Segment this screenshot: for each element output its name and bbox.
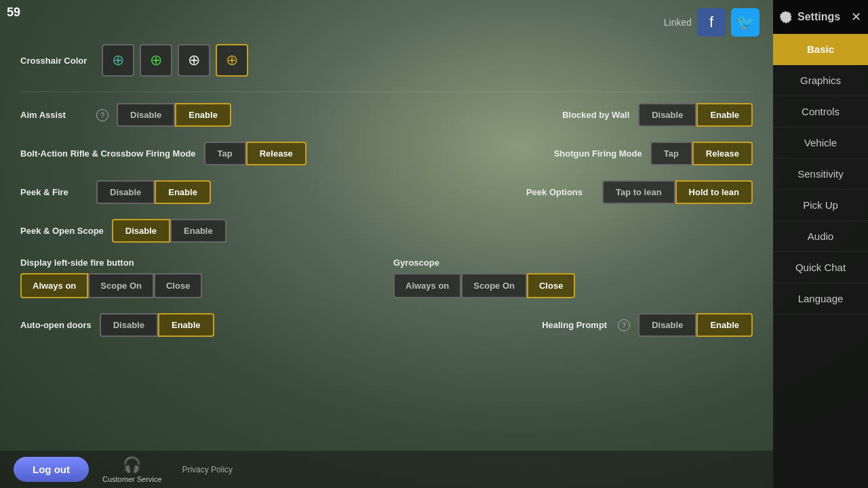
- aim-assist-disable-btn[interactable]: Disable: [117, 103, 175, 127]
- twitter-button[interactable]: 🐦: [731, 8, 760, 37]
- shotgun-firing-buttons: Tap Release: [650, 142, 753, 165]
- gyro-scopeon-btn[interactable]: Scope On: [461, 273, 527, 298]
- aim-assist-buttons: Disable Enable: [117, 103, 231, 127]
- auto-doors-label: Auto-open doors: [20, 320, 92, 330]
- facebook-icon: f: [709, 14, 713, 31]
- display-fire-always-btn[interactable]: Always on: [20, 273, 88, 298]
- peek-fire-disable-btn[interactable]: Disable: [96, 180, 155, 204]
- divider-1: [20, 92, 753, 92]
- aim-assist-help-icon[interactable]: ?: [96, 109, 108, 121]
- healing-enable-btn[interactable]: Enable: [696, 313, 753, 337]
- crosshair-btn-green[interactable]: ⊕: [140, 44, 172, 77]
- customer-service-button[interactable]: 🎧 Customer Service: [102, 456, 161, 483]
- peek-fire-buttons: Disable Enable: [96, 180, 211, 204]
- gyro-always-btn[interactable]: Always on: [393, 273, 461, 298]
- gyroscope-label: Gyroscope: [393, 258, 461, 268]
- crosshair-row: Crosshair Color ⊕ ⊕ ⊕ ⊕: [20, 44, 753, 77]
- auto-doors-enable-btn[interactable]: Enable: [158, 313, 214, 337]
- linked-label: Linked: [664, 17, 692, 28]
- crosshair-btn-teal[interactable]: ⊕: [102, 44, 134, 77]
- settings-sidebar: Settings ✕ Basic Graphics Controls Vehic…: [773, 0, 868, 488]
- healing-disable-btn[interactable]: Disable: [638, 313, 696, 337]
- aim-assist-group: Aim Assist ? Disable Enable: [20, 103, 380, 127]
- sidebar-header: Settings ✕: [773, 0, 868, 34]
- bolt-action-group: Bolt-Action Rifle & Crossbow Firing Mode…: [20, 142, 380, 165]
- peek-options-buttons: Tap to lean Hold to lean: [602, 180, 753, 204]
- blocked-wall-buttons: Disable Enable: [638, 103, 753, 127]
- healing-prompt-group: Healing Prompt ? Disable Enable: [393, 313, 753, 337]
- peek-row: Peek & Fire Disable Enable Peek Options …: [20, 180, 753, 204]
- firing-mode-row: Bolt-Action Rifle & Crossbow Firing Mode…: [20, 142, 753, 165]
- headset-icon: 🎧: [123, 456, 141, 474]
- shotgun-tap-btn[interactable]: Tap: [650, 142, 692, 165]
- bolt-action-buttons: Tap Release: [204, 142, 307, 165]
- bolt-action-label: Bolt-Action Rifle & Crossbow Firing Mode: [20, 148, 196, 159]
- peek-options-label: Peek Options: [526, 187, 594, 197]
- sidebar-item-graphics[interactable]: Graphics: [773, 65, 868, 96]
- blocked-wall-label: Blocked by Wall: [562, 110, 630, 120]
- display-fire-scopeon-btn[interactable]: Scope On: [88, 273, 154, 298]
- settings-grid: Crosshair Color ⊕ ⊕ ⊕ ⊕ Aim Assist ? Dis…: [14, 44, 760, 337]
- doors-healing-row: Auto-open doors Disable Enable Healing P…: [20, 313, 753, 337]
- logout-button[interactable]: Log out: [14, 457, 89, 482]
- close-button[interactable]: ✕: [851, 9, 861, 24]
- peek-fire-enable-btn[interactable]: Enable: [155, 180, 211, 204]
- crosshair-color-group: ⊕ ⊕ ⊕ ⊕: [102, 44, 248, 77]
- gyroscope-buttons: Always on Scope On Close: [393, 273, 575, 298]
- shotgun-firing-group: Shotgun Firing Mode Tap Release: [393, 142, 753, 165]
- peek-scope-enable-btn[interactable]: Enable: [170, 219, 226, 243]
- display-fire-group: Display left-side fire button Always on …: [20, 258, 380, 298]
- auto-doors-disable-btn[interactable]: Disable: [100, 313, 158, 337]
- sidebar-item-pickup[interactable]: Pick Up: [773, 190, 868, 221]
- tap-to-lean-btn[interactable]: Tap to lean: [602, 180, 675, 204]
- blocked-wall-enable-btn[interactable]: Enable: [696, 103, 753, 127]
- display-fire-close-btn[interactable]: Close: [154, 273, 202, 298]
- crosshair-btn-yellow[interactable]: ⊕: [216, 44, 248, 77]
- bolt-action-tap-btn[interactable]: Tap: [204, 142, 246, 165]
- display-fire-label: Display left-side fire button: [20, 258, 134, 268]
- peek-scope-disable-btn[interactable]: Disable: [112, 219, 170, 243]
- gear-icon: [780, 10, 793, 24]
- settings-label: Settings: [797, 11, 840, 23]
- gyroscope-group: Gyroscope Always on Scope On Close: [393, 258, 753, 298]
- aim-assist-label: Aim Assist: [20, 110, 88, 120]
- crosshair-btn-white[interactable]: ⊕: [178, 44, 210, 77]
- sidebar-item-basic[interactable]: Basic: [773, 34, 868, 65]
- sidebar-item-language[interactable]: Language: [773, 283, 868, 314]
- twitter-icon: 🐦: [736, 14, 755, 31]
- crosshair-label: Crosshair Color: [20, 56, 88, 66]
- peek-fire-label: Peek & Fire: [20, 187, 88, 197]
- customer-service-label: Customer Service: [102, 475, 161, 483]
- facebook-button[interactable]: f: [697, 8, 726, 37]
- shotgun-firing-label: Shotgun Firing Mode: [554, 148, 642, 159]
- bottom-bar: Log out 🎧 Customer Service Privacy Polic…: [0, 451, 773, 488]
- sidebar-item-quickchat[interactable]: Quick Chat: [773, 252, 868, 283]
- sidebar-item-controls[interactable]: Controls: [773, 96, 868, 127]
- aim-blocked-row: Aim Assist ? Disable Enable Blocked by W…: [20, 103, 753, 127]
- peek-fire-group: Peek & Fire Disable Enable: [20, 180, 380, 204]
- auto-doors-group: Auto-open doors Disable Enable: [20, 313, 380, 337]
- peek-scope-group: Peek & Open Scope Disable Enable: [20, 219, 753, 243]
- sidebar-item-vehicle[interactable]: Vehicle: [773, 127, 868, 159]
- healing-prompt-label: Healing Prompt: [542, 320, 610, 330]
- aim-assist-enable-btn[interactable]: Enable: [175, 103, 231, 127]
- hold-to-lean-btn[interactable]: Hold to lean: [675, 180, 753, 204]
- display-fire-buttons: Always on Scope On Close: [20, 273, 202, 298]
- bolt-action-release-btn[interactable]: Release: [246, 142, 307, 165]
- sidebar-item-audio[interactable]: Audio: [773, 221, 868, 252]
- healing-prompt-help-icon[interactable]: ?: [618, 319, 630, 331]
- blocked-wall-group: Blocked by Wall Disable Enable: [393, 103, 753, 127]
- sidebar-item-sensitivity[interactable]: Sensitivity: [773, 159, 868, 190]
- auto-doors-buttons: Disable Enable: [100, 313, 214, 337]
- peek-scope-buttons: Disable Enable: [112, 219, 226, 243]
- shotgun-release-btn[interactable]: Release: [692, 142, 753, 165]
- healing-prompt-buttons: Disable Enable: [638, 313, 753, 337]
- peek-options-group: Peek Options Tap to lean Hold to lean: [393, 180, 753, 204]
- gyro-close-btn[interactable]: Close: [527, 273, 575, 298]
- privacy-policy-link[interactable]: Privacy Policy: [182, 465, 233, 474]
- main-content: Crosshair Color ⊕ ⊕ ⊕ ⊕ Aim Assist ? Dis…: [0, 0, 773, 488]
- peek-scope-label: Peek & Open Scope: [20, 226, 104, 236]
- peek-scope-row: Peek & Open Scope Disable Enable: [20, 219, 753, 243]
- timer-display: 59: [7, 5, 20, 20]
- blocked-wall-disable-btn[interactable]: Disable: [638, 103, 696, 127]
